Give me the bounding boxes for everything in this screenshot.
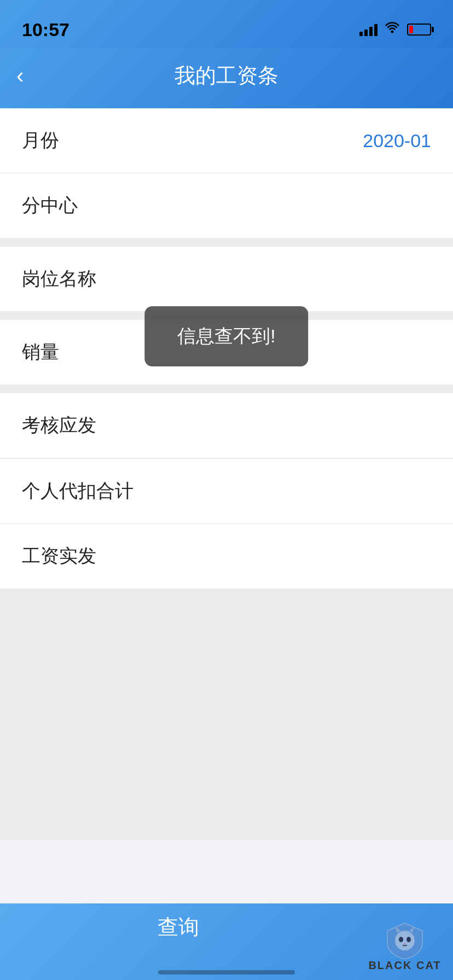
content-area: 月份 2020-01 分中心 岗位名称 销量 考核应发 个人代扣合计 工资实发 bbox=[0, 108, 453, 588]
field-label-actual-salary: 工资实发 bbox=[22, 544, 96, 569]
field-value-month: 2020-01 bbox=[363, 130, 431, 151]
gray-filler bbox=[0, 588, 453, 840]
divider-2 bbox=[0, 311, 453, 320]
field-label-deduction: 个人代扣合计 bbox=[22, 479, 133, 504]
field-label-assessment: 考核应发 bbox=[22, 413, 96, 438]
svg-point-4 bbox=[399, 937, 403, 942]
battery-icon bbox=[407, 24, 431, 36]
query-button[interactable]: 查询 bbox=[0, 913, 357, 952]
field-row-center: 分中心 bbox=[0, 173, 453, 238]
bottom-bar: 查询 BLACK CAT bbox=[0, 903, 453, 980]
divider-3 bbox=[0, 384, 453, 393]
field-label-position: 岗位名称 bbox=[22, 266, 96, 291]
cat-shield-icon bbox=[383, 921, 427, 959]
svg-point-5 bbox=[406, 937, 411, 942]
svg-point-1 bbox=[395, 931, 415, 950]
status-bar: 10:57 bbox=[0, 0, 453, 48]
field-row-sales: 销量 bbox=[0, 320, 453, 384]
field-label-center: 分中心 bbox=[22, 193, 78, 218]
signal-icon bbox=[359, 23, 378, 36]
brand-text: BLACK CAT bbox=[368, 959, 441, 972]
field-label-month: 月份 bbox=[22, 128, 59, 153]
field-row-actual-salary: 工资实发 bbox=[0, 524, 453, 588]
field-row-position: 岗位名称 bbox=[0, 247, 453, 311]
status-time: 10:57 bbox=[22, 19, 69, 40]
field-row-deduction: 个人代扣合计 bbox=[0, 459, 453, 523]
field-row-assessment: 考核应发 bbox=[0, 393, 453, 458]
field-label-sales: 销量 bbox=[22, 340, 59, 365]
field-row-month: 月份 2020-01 bbox=[0, 108, 453, 173]
status-icons bbox=[359, 21, 431, 38]
wifi-icon bbox=[384, 21, 400, 38]
divider-1 bbox=[0, 238, 453, 247]
nav-bar: ‹ 我的工资条 bbox=[0, 48, 453, 108]
back-button[interactable]: ‹ bbox=[16, 65, 24, 86]
page-title: 我的工资条 bbox=[175, 62, 278, 90]
black-cat-logo: BLACK CAT bbox=[357, 913, 453, 979]
home-indicator bbox=[158, 970, 295, 975]
svg-point-0 bbox=[391, 30, 394, 33]
